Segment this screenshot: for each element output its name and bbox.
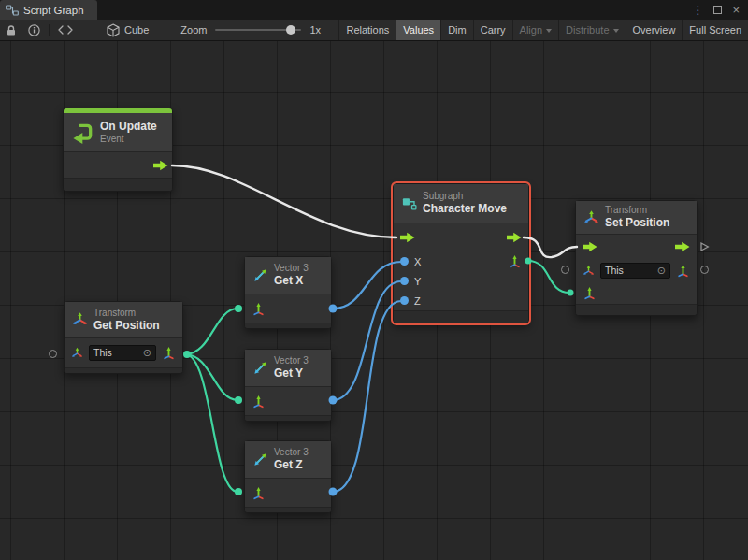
flow-input-port[interactable]: [583, 241, 597, 252]
transform-type-icon: [583, 265, 595, 277]
node-get-z[interactable]: Vector 3 Get Z: [244, 440, 332, 513]
vector3-input-port[interactable]: [252, 395, 266, 409]
overview-button[interactable]: Overview: [626, 20, 683, 40]
node-subtitle: Vector 3: [274, 263, 309, 274]
wire-flow-onupdate-to-charactermove[interactable]: [172, 165, 396, 237]
tab-script-graph[interactable]: Script Graph: [0, 0, 97, 20]
vector3-output-port[interactable]: [162, 346, 176, 360]
set-position-flow-output-marker[interactable]: [699, 241, 710, 252]
set-position-value-output-marker[interactable]: [700, 266, 709, 274]
script-graph-window: Script Graph ⋮ × Cube Zoom 1x Relations …: [0, 0, 748, 560]
this-object-field[interactable]: This ⊙: [89, 345, 156, 361]
this-field-value: This: [605, 265, 624, 276]
flow-input-port[interactable]: [400, 232, 415, 243]
node-subtitle: Subgraph: [423, 191, 507, 202]
transform-output-port[interactable]: [676, 264, 690, 278]
wire-getposition-to-getx[interactable]: [185, 309, 237, 354]
this-field-value: This: [94, 347, 112, 358]
node-character-move[interactable]: Subgraph Character Move X Y Z: [393, 183, 529, 323]
wire-getposition-to-gety[interactable]: [185, 354, 237, 400]
node-on-update[interactable]: On Update Event: [63, 108, 173, 192]
align-button[interactable]: Align: [512, 20, 558, 40]
vector3-icon: [252, 267, 268, 283]
node-subtitle: Transform: [94, 308, 160, 319]
zoom-slider-knob[interactable]: [286, 25, 295, 35]
graph-toolbar: Cube Zoom 1x Relations Values Dim Carry …: [0, 20, 748, 41]
close-icon[interactable]: ×: [732, 4, 740, 16]
port-row: This ⊙: [65, 338, 182, 367]
wire-getz-to-z[interactable]: [333, 301, 401, 492]
y-input-port[interactable]: [400, 277, 409, 285]
wire-gety-to-y[interactable]: [333, 281, 401, 400]
flow-output-port[interactable]: [507, 232, 522, 243]
node-set-position[interactable]: Transform Set Position This ⊙: [575, 200, 698, 316]
vector3-input-port[interactable]: [252, 486, 266, 500]
values-button[interactable]: Values: [396, 20, 440, 40]
object-picker-icon[interactable]: ⊙: [143, 348, 151, 358]
flow-port-row: [394, 223, 528, 251]
node-header: On Update Event: [64, 113, 172, 152]
distribute-button[interactable]: Distribute: [558, 20, 625, 40]
transform-icon: [583, 209, 599, 225]
node-footer: [64, 178, 172, 191]
dim-button[interactable]: Dim: [440, 20, 473, 40]
wire-getx-to-x[interactable]: [333, 262, 401, 309]
set-position-this-port-marker[interactable]: [561, 266, 569, 274]
vector3-input-port[interactable]: [252, 302, 266, 316]
port-row-z: Z: [394, 291, 528, 310]
dropdown-caret-icon: [546, 29, 552, 33]
full-screen-label: Full Screen: [689, 24, 741, 36]
kebab-menu-icon[interactable]: ⋮: [692, 5, 703, 16]
x-input-port[interactable]: [400, 257, 409, 266]
dropdown-caret-icon: [613, 29, 619, 33]
zoom-slider[interactable]: [215, 29, 301, 31]
node-subtitle: Vector 3: [274, 355, 309, 366]
window-controls: ⋮ ×: [692, 0, 748, 20]
vector3-input-port[interactable]: [583, 286, 597, 300]
values-label: Values: [403, 24, 434, 36]
align-label: Align: [520, 24, 542, 36]
transform-type-icon: [71, 347, 83, 359]
get-position-this-port-marker[interactable]: [49, 350, 57, 358]
node-header: Transform Set Position: [576, 201, 697, 235]
graph-target-selector[interactable]: Cube: [99, 23, 156, 37]
graph-canvas[interactable]: On Update Event Transform Get Position: [0, 41, 748, 560]
z-input-port[interactable]: [400, 296, 409, 305]
node-subtitle: Vector 3: [274, 447, 309, 458]
full-screen-button[interactable]: Full Screen: [682, 20, 748, 40]
wire-getposition-to-getz[interactable]: [185, 354, 237, 492]
node-footer: [245, 415, 331, 421]
vector3-output-port[interactable]: [508, 254, 522, 268]
carry-button[interactable]: Carry: [473, 20, 512, 40]
node-title: Get Y: [274, 366, 309, 381]
code-view-icon[interactable]: [52, 20, 79, 40]
port-row-y: Y: [394, 271, 528, 291]
port-row: [245, 479, 331, 507]
lock-icon[interactable]: [0, 20, 22, 40]
flow-output-port[interactable]: [153, 160, 168, 171]
zoom-control: Zoom 1x: [180, 24, 321, 36]
info-icon[interactable]: [22, 20, 46, 40]
node-footer: [245, 323, 331, 328]
node-get-y[interactable]: Vector 3 Get Y: [244, 349, 332, 422]
object-picker-icon[interactable]: ⊙: [657, 266, 666, 276]
y-port-label: Y: [414, 276, 421, 287]
relations-button[interactable]: Relations: [338, 20, 396, 40]
node-get-x[interactable]: Vector 3 Get X: [244, 256, 332, 329]
port-row: [245, 387, 331, 415]
subgraph-icon: [401, 195, 417, 211]
node-header: Subgraph Character Move: [394, 184, 528, 223]
distribute-label: Distribute: [566, 24, 609, 36]
node-header: Vector 3 Get Z: [245, 441, 331, 479]
flow-output-port[interactable]: [675, 241, 690, 252]
node-subtitle: Event: [100, 134, 157, 145]
node-footer: [576, 304, 697, 315]
this-object-field[interactable]: This ⊙: [600, 263, 670, 279]
node-footer: [394, 310, 528, 323]
transform-icon: [72, 311, 88, 327]
wire-flow-charactermove-to-setposition[interactable]: [524, 237, 577, 257]
vector3-icon: [252, 360, 268, 376]
maximize-icon[interactable]: [713, 6, 722, 14]
node-get-position[interactable]: Transform Get Position This ⊙: [64, 301, 183, 374]
x-port-label: X: [414, 256, 421, 267]
